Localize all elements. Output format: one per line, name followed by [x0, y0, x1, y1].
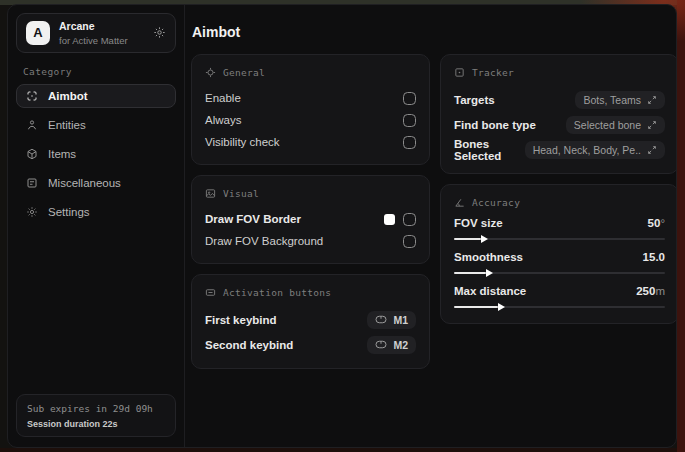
brand-subtitle: for Active Matter [59, 35, 128, 46]
dropdown-find-bone-type[interactable]: Selected bone [566, 116, 665, 134]
dropdown-bones-selected[interactable]: Head, Neck, Body, Pe.. [525, 141, 665, 159]
setting-label: Draw FOV Border [205, 213, 301, 225]
checkbox-always[interactable] [403, 114, 416, 127]
keybind-value: M2 [393, 339, 408, 351]
setting-row: Draw FOV Border [205, 208, 416, 230]
person-icon [26, 119, 38, 131]
sidebar-item-label: Entities [48, 119, 86, 131]
subscription-card: Sub expires in 29d 09h Session duration … [16, 394, 176, 437]
dropdown-row: Find bone type Selected bone [454, 112, 665, 137]
setting-label: Smoothness [454, 251, 523, 263]
radar-icon [454, 67, 465, 78]
keybind-value: M1 [393, 314, 408, 326]
slider-max-distance[interactable] [454, 306, 665, 308]
angle-icon [454, 197, 465, 208]
setting-label: Second keybind [205, 339, 293, 351]
sidebar-item-label: Settings [48, 206, 90, 218]
dropdown-row: Bones Selected Head, Neck, Body, Pe.. [454, 137, 665, 162]
right-column: Tracker Targets Bots, Teams [440, 54, 677, 369]
tracker-card: Tracker Targets Bots, Teams [440, 54, 677, 174]
expand-icon [647, 95, 657, 105]
crosshair-scan-icon [26, 90, 38, 102]
image-icon [205, 188, 216, 199]
slider-fill [454, 272, 486, 274]
accuracy-header: Accuracy [454, 197, 665, 208]
sidebar-item-label: Aimbot [48, 90, 88, 102]
sidebar-item-items[interactable]: Items [16, 142, 176, 166]
category-label: Category [23, 66, 169, 77]
sidebar-item-miscellaneous[interactable]: Miscellaneous [16, 171, 176, 195]
expand-icon [647, 145, 657, 155]
activation-card: Activation buttons First keybind M1 [191, 274, 430, 369]
brand-text: Arcane for Active Matter [59, 20, 128, 46]
sub-expiry-text: Sub expires in 29d 09h [27, 403, 165, 414]
setting-label: Visibility check [205, 136, 280, 148]
setting-label: Bones Selected [454, 138, 525, 162]
dropdown-value: Selected bone [574, 119, 641, 131]
arcane-window: A Arcane for Active Matter Category Aimb [7, 4, 677, 448]
cube-icon [26, 148, 38, 160]
visual-card: Visual Draw FOV Border Draw FOV Backgrou… [191, 175, 430, 264]
tracker-header: Tracker [454, 67, 665, 78]
keybind-button-second[interactable]: M2 [367, 336, 416, 354]
slider-fill [454, 306, 498, 308]
general-card: General Enable Always Visibility check [191, 54, 430, 165]
slider-smoothness[interactable] [454, 272, 665, 274]
setting-label: Find bone type [454, 119, 536, 131]
slider-fill [454, 238, 481, 240]
left-column: General Enable Always Visibility check [191, 54, 430, 369]
expand-icon [647, 120, 657, 130]
activation-header: Activation buttons [205, 287, 416, 298]
sidebar-item-settings[interactable]: Settings [16, 200, 176, 224]
slider-group-fov-size: FOV size 50° [454, 217, 665, 240]
keybind-button-first[interactable]: M1 [367, 311, 416, 329]
mouse-icon [375, 340, 387, 349]
section-title: Visual [223, 188, 259, 199]
sidebar-item-entities[interactable]: Entities [16, 113, 176, 137]
accuracy-card: Accuracy FOV size 50° Smoothness [440, 184, 677, 324]
session-duration-text: Session duration 22s [27, 419, 165, 429]
section-title: Activation buttons [223, 287, 331, 298]
gear-icon [26, 206, 38, 218]
section-title: Tracker [472, 67, 514, 78]
slider-group-smoothness: Smoothness 15.0 [454, 251, 665, 274]
crosshair-icon [205, 67, 216, 78]
sidebar-item-label: Items [48, 148, 76, 160]
slider-group-max-distance: Max distance 250m [454, 285, 665, 308]
dropdown-value: Head, Neck, Body, Pe.. [533, 144, 641, 156]
slider-fov-size[interactable] [454, 238, 665, 240]
color-swatch-fov-border[interactable] [384, 214, 395, 225]
setting-label: Targets [454, 94, 495, 106]
setting-label: Max distance [454, 285, 526, 297]
sidebar: A Arcane for Active Matter Category Aimb [8, 5, 185, 447]
page-title: Aimbot [192, 24, 677, 40]
keybind-row: Second keybind M2 [205, 332, 416, 357]
checkbox-draw-fov-background[interactable] [403, 235, 416, 248]
setting-row: Visibility check [205, 131, 416, 153]
section-title: Accuracy [472, 197, 520, 208]
slider-value: 250m [636, 285, 665, 297]
setting-label: Enable [205, 92, 241, 104]
checkbox-draw-fov-border[interactable] [403, 213, 416, 226]
gear-icon[interactable] [153, 26, 166, 39]
checkbox-enable[interactable] [403, 92, 416, 105]
setting-label: First keybind [205, 314, 277, 326]
setting-label: Always [205, 114, 241, 126]
brand-name: Arcane [59, 20, 128, 33]
section-title: General [223, 67, 265, 78]
setting-row: Always [205, 109, 416, 131]
checkbox-visibility-check[interactable] [403, 136, 416, 149]
slider-value: 15.0 [643, 251, 665, 263]
sidebar-item-label: Miscellaneous [48, 177, 121, 189]
dropdown-targets[interactable]: Bots, Teams [575, 91, 665, 109]
visual-header: Visual [205, 188, 416, 199]
setting-row: Draw FOV Background [205, 230, 416, 252]
dropdown-value: Bots, Teams [583, 94, 641, 106]
sidebar-item-aimbot[interactable]: Aimbot [16, 84, 176, 108]
setting-label: FOV size [454, 217, 503, 229]
brand-logo: A [26, 21, 50, 45]
slider-value: 50° [648, 217, 665, 229]
keyboard-icon [205, 287, 216, 298]
setting-row: Enable [205, 87, 416, 109]
general-header: General [205, 67, 416, 78]
